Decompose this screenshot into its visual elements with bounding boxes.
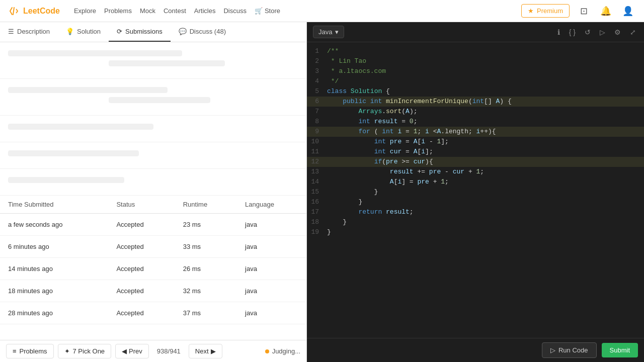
code-line: 3 * a.ltaocs.com [307,66,644,76]
judging-section: Judging... [265,347,300,355]
code-area[interactable]: 1/**2 * Lin Tao3 * a.ltaocs.com4 */5clas… [307,42,644,338]
line-content: } [327,187,644,197]
code-line: 2 * Lin Tao [307,56,644,66]
cell-status[interactable]: Accepted [108,236,175,258]
line-content: * Lin Tao [327,56,644,66]
submit-button[interactable]: Submit [602,343,638,357]
code-line: 10 int pre = A[i - 1]; [307,137,644,147]
editor-toolbar: Java ▾ ℹ { } ↺ ▷ ⚙ ⤢ [307,22,644,42]
table-row: a few seconds ago Accepted 23 ms java [0,214,306,236]
tab-description[interactable]: ☰ Description [0,22,58,42]
play-icon: ▷ [550,346,555,354]
format-icon[interactable]: { } [567,26,578,38]
tab-discuss[interactable]: 💬 Discuss (48) [171,22,234,42]
nav-discuss[interactable]: Discuss [223,5,247,17]
pick-one-button[interactable]: ✦ 7 Pick One [58,344,112,358]
store-icon: 🛒 [255,7,263,15]
language-selector[interactable]: Java ▾ [313,26,344,38]
col-runtime: Runtime [175,196,237,214]
code-line: 13 result += pre - cur + 1; [307,167,644,177]
code-line: 9 for ( int i = 1; i <A.length; i++){ [307,127,644,137]
cell-language: java [237,280,306,302]
problems-button[interactable]: ≡ Problems [6,344,54,358]
nav-problems[interactable]: Problems [104,5,132,17]
line-number: 7 [307,107,327,117]
cell-status[interactable]: Accepted [108,302,175,324]
tab-submissions[interactable]: ⟳ Submissions [109,22,171,42]
code-line: 14 A[i] = pre + 1; [307,177,644,187]
line-content: int result = 0; [327,117,644,127]
code-line: 11 int cur = A[i]; [307,147,644,157]
info-icon[interactable]: ℹ [555,26,562,38]
code-line: 6 public int minIncrementForUnique(int[]… [307,97,644,107]
line-number: 2 [307,56,327,66]
cell-status[interactable]: Accepted [108,280,175,302]
skeleton-5 [0,169,306,196]
list-icon: ≡ [13,347,17,355]
run-code-button[interactable]: ▷ Run Code [542,342,597,358]
judging-dot [265,349,269,353]
line-number: 19 [307,227,327,237]
code-line: 12 if(pre >= cur){ [307,157,644,167]
line-content: int cur = A[i]; [327,147,644,157]
dice-icon: ✦ [64,347,70,355]
next-button[interactable]: Next ▶ [189,344,222,358]
logo[interactable]: LeetCode [8,5,60,17]
col-status: Status [108,196,175,214]
nav-mock[interactable]: Mock [140,5,155,17]
skeleton-1 [0,42,306,79]
table-row: 18 minutes ago Accepted 32 ms java [0,280,306,302]
user-avatar[interactable]: 👤 [620,3,636,19]
line-number: 9 [307,127,327,137]
logo-text: LeetCode [23,7,60,16]
cell-status[interactable]: Accepted [108,258,175,280]
settings-icon[interactable]: ⚙ [612,26,623,38]
submissions-icon: ⟳ [117,28,122,35]
judging-text: Judging... [272,347,300,355]
line-content: } [327,227,644,237]
code-line: 19} [307,227,644,237]
notification-icon[interactable]: 🔔 [598,3,614,19]
prev-button[interactable]: ◀ Prev [115,344,149,358]
line-number: 6 [307,97,327,107]
terminal-icon[interactable]: ▷ [598,26,607,38]
code-line: 5class Solution { [307,86,644,97]
cell-status[interactable]: Accepted [108,214,175,236]
col-time: Time Submitted [0,196,108,214]
cell-runtime: 33 ms [175,236,237,258]
line-content: return result; [327,207,644,217]
expand-icon[interactable]: ⤢ [628,26,638,38]
line-content: A[i] = pre + 1; [327,177,644,187]
code-line: 18 } [307,217,644,227]
code-line: 16 } [307,197,644,207]
nav-articles[interactable]: Articles [194,5,216,17]
line-number: 18 [307,217,327,227]
description-icon: ☰ [8,28,14,35]
line-content: Arrays.sort(A); [327,107,644,117]
cell-time: 28 minutes ago [0,302,108,324]
chevron-down-icon: ▾ [335,28,339,36]
cell-language: java [237,236,306,258]
lang-label: Java [318,28,332,36]
nav-links: Explore Problems Mock Contest Articles D… [74,5,280,17]
code-line: 17 return result; [307,207,644,217]
line-number: 10 [307,137,327,147]
nav-explore[interactable]: Explore [74,5,96,17]
code-line: 15 } [307,187,644,197]
console-icon[interactable]: ⊡ [576,3,592,19]
nav-contest[interactable]: Contest [164,5,186,17]
code-editor-panel: Java ▾ ℹ { } ↺ ▷ ⚙ ⤢ 1/**2 * Lin Tao3 * … [307,22,644,362]
editor-bottom: ▷ Run Code Submit [307,338,644,362]
prev-icon: ◀ [122,347,127,355]
table-row: 28 minutes ago Accepted 37 ms java [0,302,306,324]
tab-solution[interactable]: 💡 Solution [58,22,109,42]
refresh-icon[interactable]: ↺ [583,26,593,38]
line-number: 13 [307,167,327,177]
col-language: Language [237,196,306,214]
line-number: 12 [307,157,327,167]
line-content: */ [327,76,644,86]
skeleton-4 [0,142,306,169]
line-number: 3 [307,66,327,76]
premium-button[interactable]: ★ Premium [521,4,570,18]
nav-store[interactable]: 🛒 Store [255,5,280,17]
